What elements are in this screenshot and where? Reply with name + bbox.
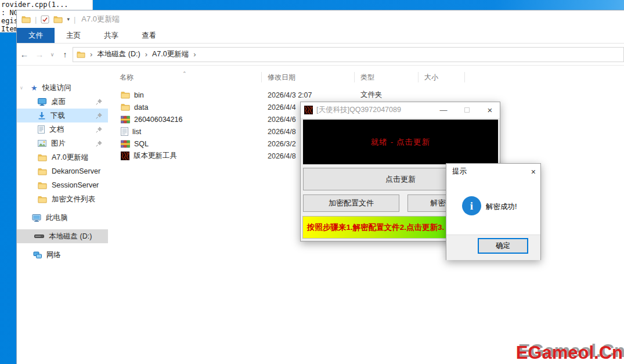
sidebar-item-drive-d[interactable]: 本地磁盘 (D:): [17, 229, 108, 243]
chevron-right-icon: ›: [192, 50, 197, 59]
close-icon[interactable]: ×: [531, 167, 536, 176]
download-arrow-icon: [38, 111, 46, 120]
computer-icon: [32, 214, 41, 222]
tab-share[interactable]: 共享: [92, 28, 130, 43]
sidebar-label: 此电脑: [46, 213, 68, 223]
file-date: 2026/4/3 2:07: [262, 91, 355, 99]
address-bar-row: ← → ∨ ↑ › 本地磁盘 (D:) › A7.0更新端 ›: [17, 44, 624, 66]
sidebar-item-quick-access[interactable]: ∨ ★ 快速访问: [17, 81, 108, 95]
column-header-name[interactable]: 名称⌃: [114, 72, 262, 82]
sidebar-label: 加密文件列表: [52, 194, 95, 204]
encrypt-config-button[interactable]: 加密配置文件: [303, 194, 399, 212]
file-name: 260406034216: [134, 116, 182, 124]
tab-home[interactable]: 主页: [55, 28, 92, 43]
pin-icon[interactable]: [96, 99, 102, 105]
sidebar-item-folder[interactable]: SessionServer: [17, 178, 108, 192]
message-box-dialog: 提示 × i 解密成功! 确定: [446, 163, 541, 260]
network-icon: [33, 251, 42, 259]
breadcrumb-drive[interactable]: 本地磁盘 (D:): [97, 49, 140, 59]
breadcrumb-folder[interactable]: A7.0更新端: [152, 49, 189, 59]
quick-access-star-icon: ★: [31, 84, 38, 92]
picture-icon: [38, 140, 46, 147]
sidebar-label: 图片: [51, 139, 66, 149]
sidebar-label: 下载: [51, 111, 65, 121]
up-button[interactable]: ↑: [57, 50, 73, 59]
toolbar-separator: |: [35, 15, 37, 24]
chevron-right-icon: ›: [144, 50, 149, 59]
column-header-type[interactable]: 类型: [355, 72, 419, 82]
folder-icon: [38, 196, 47, 203]
ok-button[interactable]: 确定: [478, 238, 528, 254]
sidebar-label: 桌面: [51, 97, 66, 107]
folder-icon: [121, 103, 130, 111]
sidebar-label: 快速访问: [42, 83, 71, 93]
sidebar-label: A7.0更新端: [52, 153, 88, 163]
sidebar-item-folder[interactable]: 加密文件列表: [17, 192, 108, 206]
address-bar[interactable]: › 本地磁盘 (D:) › A7.0更新端 ›: [73, 47, 624, 62]
folder-icon[interactable]: [21, 16, 31, 23]
text-file-icon: [121, 127, 128, 136]
sidebar-item-network[interactable]: 网络: [17, 248, 108, 262]
close-button[interactable]: ×: [480, 105, 500, 115]
message-text: 解密成功!: [486, 202, 517, 212]
updater-app-icon: [304, 106, 313, 114]
chevron-right-icon: ›: [89, 50, 93, 59]
status-text: 就绪 - 点击更新: [371, 137, 430, 147]
updater-title-bar[interactable]: [天使科技]QQ3972047089 — ×: [301, 102, 500, 118]
message-box-title: 提示: [452, 167, 531, 176]
sidebar-item-folder[interactable]: DekaronServer: [17, 164, 108, 178]
info-icon: i: [462, 196, 481, 215]
file-type: 文件夹: [355, 90, 419, 100]
properties-check-icon[interactable]: [41, 15, 49, 24]
file-name: data: [134, 103, 148, 111]
sort-ascending-icon: ⌃: [182, 69, 187, 79]
sidebar-item-downloads[interactable]: 下载: [17, 109, 108, 122]
quick-access-toolbar: | ▾ | A7.0更新端: [17, 10, 624, 28]
sidebar-label: 网络: [46, 250, 61, 260]
window-title: A7.0更新端: [81, 14, 120, 24]
pin-icon[interactable]: [96, 127, 102, 133]
folder-icon: [38, 154, 47, 161]
file-name: list: [132, 128, 141, 136]
recent-locations-chevron-icon[interactable]: ∨: [47, 52, 57, 57]
toolbar-separator: |: [74, 15, 75, 24]
message-box-footer: 确定: [446, 235, 540, 260]
sidebar-label: DekaronServer: [52, 167, 100, 175]
sidebar-item-documents[interactable]: 文档: [17, 122, 108, 136]
sidebar-label: SessionServer: [52, 181, 99, 189]
folder-icon: [77, 51, 85, 58]
winrar-archive-icon: [121, 140, 130, 148]
file-name: bin: [134, 91, 144, 99]
new-folder-icon[interactable]: [53, 16, 63, 23]
file-name: SQL: [134, 140, 149, 148]
hard-drive-icon: [34, 234, 44, 239]
navigation-pane: ∨ ★ 快速访问 桌面 下载 文档 图片 A7.0更新端: [17, 66, 108, 364]
minimize-button[interactable]: —: [434, 106, 453, 114]
maximize-button[interactable]: [457, 106, 477, 114]
column-header-size[interactable]: 大小: [419, 72, 465, 82]
sidebar-item-folder[interactable]: A7.0更新端: [17, 150, 108, 164]
sidebar-item-this-pc[interactable]: 此电脑: [17, 211, 108, 225]
pin-icon[interactable]: [96, 140, 102, 147]
message-box-title-bar[interactable]: 提示 ×: [446, 164, 540, 179]
folder-icon: [38, 168, 47, 175]
winrar-archive-icon: [121, 116, 130, 124]
document-icon: [38, 125, 45, 134]
tab-view[interactable]: 查看: [130, 28, 168, 43]
file-row[interactable]: bin 2026/4/3 2:07 文件夹: [114, 89, 624, 101]
folder-icon: [121, 91, 130, 99]
sidebar-item-desktop[interactable]: 桌面: [17, 95, 108, 109]
tab-file[interactable]: 文件: [17, 28, 55, 43]
folder-icon: [38, 182, 47, 189]
desktop-monitor-icon: [38, 98, 46, 106]
updater-app-icon: [121, 152, 129, 160]
sidebar-item-pictures[interactable]: 图片: [17, 136, 108, 150]
column-header-date[interactable]: 修改日期: [262, 72, 355, 82]
status-console: 就绪 - 点击更新: [303, 120, 498, 164]
back-button[interactable]: ←: [17, 49, 32, 59]
forward-button[interactable]: →: [32, 49, 47, 59]
code-line: rovider.cpp(1...: [1, 1, 92, 9]
pin-icon[interactable]: [96, 113, 102, 119]
expand-chevron-icon[interactable]: ∨: [20, 85, 23, 91]
customize-toolbar-chevron-icon[interactable]: ▾: [67, 16, 70, 22]
